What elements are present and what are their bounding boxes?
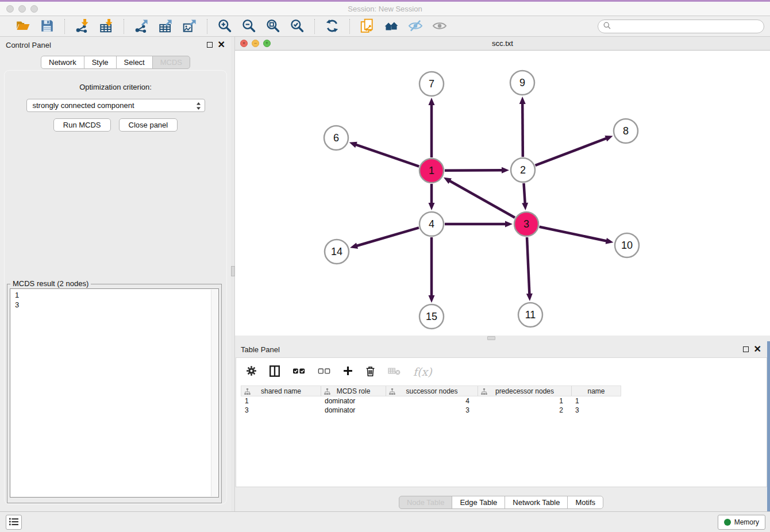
tab-motifs[interactable]: Motifs: [567, 496, 603, 509]
hide-elements-button[interactable]: [405, 18, 426, 35]
apply-function-button[interactable]: f(x): [413, 365, 432, 378]
save-session-button[interactable]: [36, 18, 58, 35]
table-row[interactable]: 3dominator323: [241, 406, 767, 415]
export-image-button[interactable]: [179, 18, 201, 35]
table-tabs: Node TableEdge TableNetwork TableMotifs: [235, 496, 767, 509]
toolbar-group: [314, 19, 349, 34]
run-mcds-button[interactable]: Run MCDS: [53, 118, 111, 132]
graph-edge-1-2[interactable]: [445, 170, 503, 171]
splitter-thumb[interactable]: [231, 266, 235, 276]
search-field[interactable]: [598, 20, 764, 33]
close-network-icon[interactable]: ×: [240, 40, 248, 47]
minimize-network-icon[interactable]: −: [252, 40, 259, 47]
memory-button[interactable]: Memory: [718, 515, 765, 530]
tab-select[interactable]: Select: [116, 56, 153, 69]
mcds-result-title: MCDS result (2 nodes): [10, 279, 91, 288]
table-cell[interactable]: dominator: [321, 396, 386, 406]
delete-table-button[interactable]: [387, 365, 402, 379]
network-window-controls[interactable]: × − +: [240, 37, 271, 50]
delete-row-button[interactable]: [365, 365, 376, 379]
tab-style[interactable]: Style: [84, 56, 117, 69]
graph-edge-2-9[interactable]: [522, 103, 523, 157]
table-cell[interactable]: 3: [241, 406, 321, 415]
table-settings-icon: [245, 365, 257, 379]
table-row[interactable]: 1dominator411: [241, 396, 767, 406]
table-cell[interactable]: 1: [571, 396, 620, 406]
graph-edge-3-1[interactable]: [449, 180, 514, 218]
table-cell[interactable]: 1: [241, 396, 321, 406]
graph-edge-3-11[interactable]: [527, 237, 529, 295]
show-elements-button[interactable]: [429, 18, 451, 35]
graph-edge-4-14[interactable]: [356, 228, 419, 246]
table-cell[interactable]: 3: [386, 406, 478, 415]
maximize-network-icon[interactable]: +: [263, 40, 271, 47]
graph-node-label-6: 6: [333, 132, 339, 144]
tab-edge-table[interactable]: Edge Table: [452, 496, 505, 509]
import-network-icon: [75, 18, 90, 35]
float-table-panel-icon[interactable]: [743, 346, 749, 352]
tab-network[interactable]: Network: [41, 56, 84, 69]
close-table-panel-icon[interactable]: ✕: [754, 346, 761, 352]
horizontal-splitter[interactable]: [235, 336, 770, 341]
export-table-button[interactable]: [155, 18, 176, 35]
window-controls[interactable]: [6, 2, 38, 16]
column-header-mcds-role[interactable]: MCDS role: [321, 386, 386, 396]
graph-edge-1-6[interactable]: [355, 144, 419, 166]
zoom-in-button[interactable]: [214, 18, 236, 35]
column-header-predecessor-nodes[interactable]: predecessor nodes: [478, 386, 572, 396]
graph-edge-3-10[interactable]: [540, 227, 607, 241]
table-cell[interactable]: dominator: [321, 406, 386, 415]
table-cell[interactable]: 3: [571, 406, 620, 415]
open-file-button[interactable]: [12, 18, 34, 35]
refresh-button[interactable]: [321, 18, 343, 35]
add-row-button[interactable]: [342, 365, 354, 379]
maximize-window-icon[interactable]: [30, 5, 38, 13]
close-panel-button[interactable]: Close panel: [119, 118, 178, 132]
close-window-icon[interactable]: [6, 5, 14, 13]
mcds-result-text: 1 3: [10, 289, 218, 311]
table-cell[interactable]: 1: [478, 396, 571, 406]
optimization-criterion-dropdown[interactable]: strongly connected component: [26, 99, 205, 112]
duplicate-network-button[interactable]: [356, 18, 378, 35]
select-all-button[interactable]: [292, 365, 306, 379]
table-settings-button[interactable]: [245, 365, 257, 379]
network-canvas[interactable]: 7968124314101511: [235, 51, 770, 336]
zoom-selected-button[interactable]: [286, 18, 308, 35]
column-visibility-button[interactable]: [268, 365, 281, 379]
zoom-fit-button[interactable]: [262, 18, 284, 35]
table-cell[interactable]: 4: [386, 396, 478, 406]
minimize-window-icon[interactable]: [18, 5, 26, 13]
vertical-splitter[interactable]: [231, 37, 235, 511]
network-window-titlebar: × − + scc.txt: [235, 37, 770, 51]
import-table-button[interactable]: [95, 18, 117, 35]
float-panel-icon[interactable]: [207, 42, 213, 48]
graph-node-label-10: 10: [621, 240, 633, 251]
column-header-name[interactable]: name: [572, 386, 621, 396]
column-header-label: shared name: [261, 387, 301, 395]
network-graph[interactable]: 7968124314101511: [235, 51, 770, 336]
close-panel-icon[interactable]: ✕: [218, 42, 225, 48]
deselect-all-button[interactable]: [317, 365, 331, 379]
search-input[interactable]: [614, 22, 759, 31]
splitter-grip[interactable]: [487, 336, 495, 340]
column-header-shared-name[interactable]: shared name: [241, 386, 321, 396]
mcds-result-area[interactable]: 1 3: [10, 288, 219, 498]
import-network-button[interactable]: [71, 18, 93, 35]
task-history-button[interactable]: [6, 515, 22, 530]
graph-edge-2-8[interactable]: [536, 138, 607, 165]
graph-node-label-1: 1: [429, 165, 434, 176]
export-network-button[interactable]: [130, 18, 152, 35]
zoom-out-button[interactable]: [238, 18, 260, 35]
tab-node-table[interactable]: Node Table: [399, 496, 453, 509]
table-cell[interactable]: 2: [478, 406, 571, 415]
graph-arrowhead-3-11: [526, 294, 533, 301]
tab-mcds[interactable]: MCDS: [152, 56, 190, 69]
table-panel-title: Table Panel: [241, 345, 280, 354]
window-title: Session: New Session: [0, 2, 770, 16]
control-panel: Control Panel ✕ NetworkStyleSelectMCDS O…: [0, 37, 231, 511]
tab-network-table[interactable]: Network Table: [505, 496, 568, 509]
result-scrollbar[interactable]: [211, 290, 218, 496]
home-view-button[interactable]: [380, 18, 402, 35]
column-header-successor-nodes[interactable]: successor nodes: [386, 386, 478, 396]
graph-edge-2-3[interactable]: [523, 183, 525, 204]
